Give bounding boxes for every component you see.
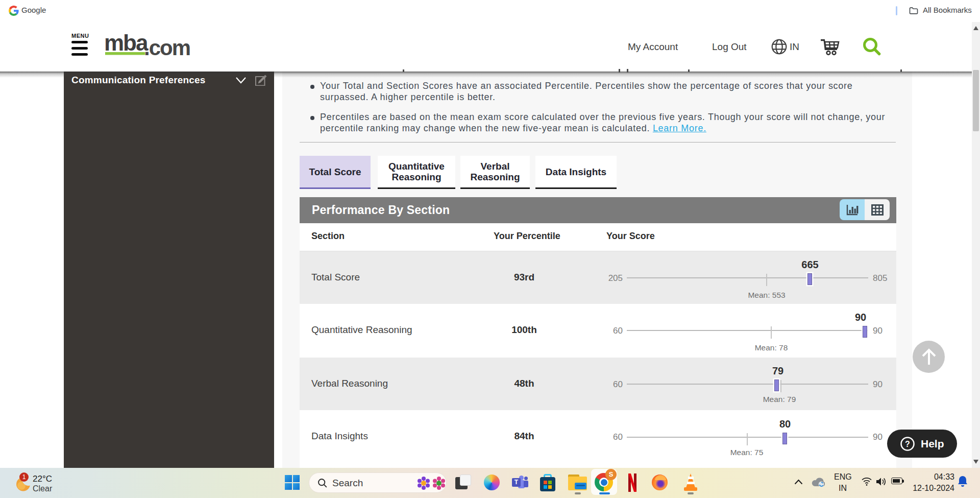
svg-text:mba: mba — [105, 30, 149, 55]
svg-text:.com: .com — [144, 36, 190, 56]
svg-text:?: ? — [905, 440, 910, 448]
